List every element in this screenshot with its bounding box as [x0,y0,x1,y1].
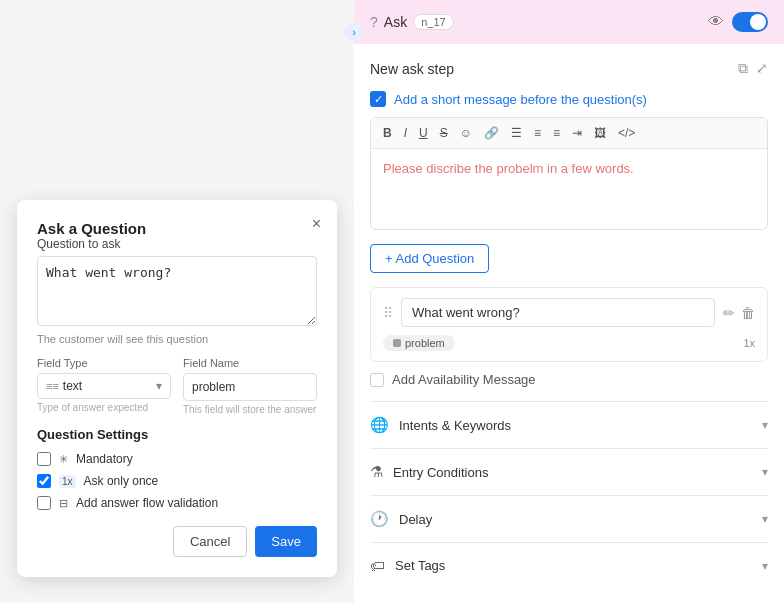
accordion-section-2: 🕐 Delay ▾ [370,495,768,542]
availability-label: Add Availability Message [392,372,536,387]
modal-title: Ask a Question [37,220,146,237]
accordion-header-3[interactable]: 🏷 Set Tags ▾ [370,543,768,588]
ask-once-row: 1x Ask only once [37,474,317,488]
field-type-label: Field Type [37,357,171,369]
accordion-header-left-0: 🌐 Intents & Keywords [370,416,511,434]
availability-checkbox[interactable] [370,373,384,387]
collapse-button[interactable]: › [344,22,364,42]
link-button[interactable]: 🔗 [480,124,503,142]
drag-handle-icon[interactable]: ⠿ [383,305,393,321]
emoji-button[interactable]: ☺ [456,124,476,142]
image-button[interactable]: 🖼 [590,124,610,142]
modal-footer: Cancel Save [37,526,317,557]
field-name-input[interactable] [183,373,317,401]
right-panel: ? Ask n_17 👁 New ask step ⧉ ⤢ ✓ Add a sh… [354,0,784,603]
left-panel: Ask a Question × Question to ask What we… [0,0,354,603]
accordion-icon-2: 🕐 [370,510,389,528]
bold-button[interactable]: B [379,124,396,142]
field-name-label: Field Name [183,357,317,369]
settings-title: Question Settings [37,427,317,442]
copy-icon[interactable]: ⧉ [738,60,748,77]
count-badge: 1x [743,337,755,349]
accordion-header-2[interactable]: 🕐 Delay ▾ [370,496,768,542]
field-tag-label: problem [405,337,445,349]
flow-validation-row: ⊟ Add answer flow validation [37,496,317,510]
field-type-group: Field Type ≡≡ text Type of answer expect… [37,357,171,415]
accordion-label-1: Entry Conditions [393,465,488,480]
ask-once-checkbox[interactable] [37,474,51,488]
expand-icon[interactable]: ⤢ [756,60,768,77]
question-helper: The customer will see this question [37,333,317,345]
field-name-group: Field Name This field will store the ans… [183,357,317,415]
question-item: ⠿ ✏ 🗑 problem 1x [370,287,768,362]
node-id-badge: n_17 [413,14,453,30]
ask-badge: ? Ask n_17 [370,14,454,30]
accordion-header-1[interactable]: ⚗ Entry Conditions ▾ [370,449,768,495]
accordion-icon-3: 🏷 [370,557,385,574]
ask-label: Ask [384,14,407,30]
step-title-icons: ⧉ ⤢ [738,60,768,77]
field-tag: problem [383,335,455,351]
chevron-down-icon-0: ▾ [762,418,768,432]
accordion-label-2: Delay [399,512,432,527]
add-question-button[interactable]: + Add Question [370,244,489,273]
accordion-label-0: Intents & Keywords [399,418,511,433]
accordion-header-0[interactable]: 🌐 Intents & Keywords ▾ [370,402,768,448]
question-label: Question to ask [37,237,317,251]
field-type-value: text [63,379,82,393]
indent-button[interactable]: ⇥ [568,124,586,142]
field-type-hint: Type of answer expected [37,402,171,413]
flow-validation-icon: ⊟ [59,497,68,510]
accordion-label-3: Set Tags [395,558,445,573]
chevron-down-icon-1: ▾ [762,465,768,479]
ask-once-label: Ask only once [84,474,159,488]
underline-button[interactable]: U [415,124,432,142]
right-header: ? Ask n_17 👁 [354,0,784,44]
delete-icon[interactable]: 🗑 [741,305,755,321]
accordion-header-left-2: 🕐 Delay [370,510,432,528]
field-row: Field Type ≡≡ text Type of answer expect… [37,357,317,415]
save-button[interactable]: Save [255,526,317,557]
code-button[interactable]: </> [614,124,639,142]
field-type-select[interactable]: ≡≡ text [37,373,171,399]
modal-close-button[interactable]: × [312,216,321,232]
align-button[interactable]: ≡ [549,124,564,142]
accordion-header-left-3: 🏷 Set Tags [370,557,445,574]
ask-once-icon: 1x [59,475,76,488]
flow-validation-checkbox[interactable] [37,496,51,510]
step-title-text: New ask step [370,61,454,77]
ordered-list-button[interactable]: ≡ [530,124,545,142]
header-right: 👁 [708,12,768,32]
message-toggle-checkbox[interactable]: ✓ [370,91,386,107]
cancel-button[interactable]: Cancel [173,526,247,557]
question-actions: ✏ 🗑 [723,305,755,321]
ask-question-modal: Ask a Question × Question to ask What we… [17,200,337,577]
tag-row: problem 1x [383,335,755,351]
question-item-header: ⠿ ✏ 🗑 [383,298,755,327]
accordion-icon-1: ⚗ [370,463,383,481]
right-content: New ask step ⧉ ⤢ ✓ Add a short message b… [354,44,784,603]
editor-box: B I U S ☺ 🔗 ☰ ≡ ≡ ⇥ 🖼 </> Please discrib… [370,117,768,230]
accordion-icon-0: 🌐 [370,416,389,434]
accordion-section-1: ⚗ Entry Conditions ▾ [370,448,768,495]
chevron-down-icon-2: ▾ [762,512,768,526]
editor-body[interactable]: Please discribe the probelm in a few wor… [371,149,767,229]
editor-toolbar: B I U S ☺ 🔗 ☰ ≡ ≡ ⇥ 🖼 </> [371,118,767,149]
eye-icon[interactable]: 👁 [708,13,724,31]
toggle-switch[interactable] [732,12,768,32]
question-circle-icon: ? [370,14,378,30]
bullet-list-button[interactable]: ☰ [507,124,526,142]
field-tag-dot [393,339,401,347]
accordions-container: 🌐 Intents & Keywords ▾ ⚗ Entry Condition… [370,401,768,588]
strikethrough-button[interactable]: S [436,124,452,142]
italic-button[interactable]: I [400,124,411,142]
flow-validation-label: Add answer flow validation [76,496,218,510]
edit-icon[interactable]: ✏ [723,305,735,321]
accordion-header-left-1: ⚗ Entry Conditions [370,463,488,481]
question-text-input[interactable] [401,298,715,327]
editor-content: Please discribe the probelm in a few wor… [383,161,634,176]
question-textarea[interactable]: What went wrong? [37,256,317,326]
mandatory-checkbox[interactable] [37,452,51,466]
mandatory-label: Mandatory [76,452,133,466]
header-left: ? Ask n_17 [370,14,454,30]
